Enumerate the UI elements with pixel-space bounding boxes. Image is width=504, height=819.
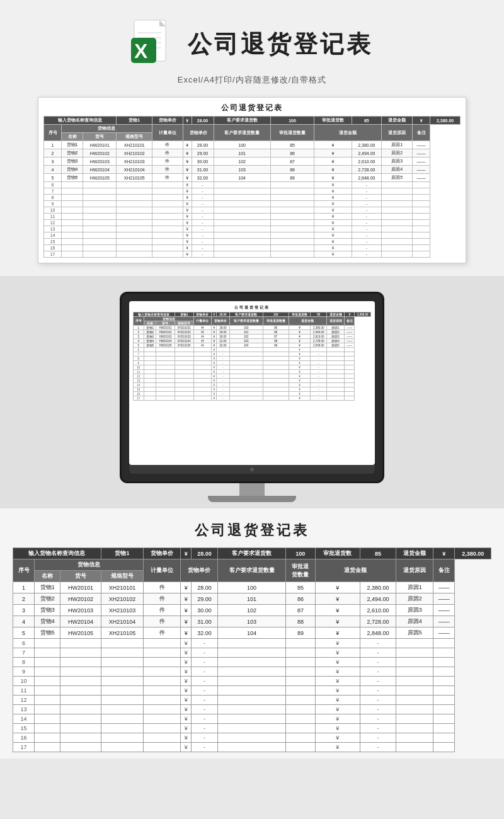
filter-row: 输入货物名称查询信息 货物1 货物单价 ¥ 28.00 客户要求退货数 100 …: [44, 117, 461, 125]
table-row: 2 货物2 HW20102 XH210102 件 ¥ 29.00 101 86 …: [134, 330, 371, 335]
filter-yen1: ¥: [183, 117, 192, 125]
middle-section: 公司退货登记表 输入货物名称查询信息 货物1 货物单价 ¥ 28.00 客户要求…: [0, 276, 504, 508]
computer-wrapper: 公司退货登记表 输入货物名称查询信息 货物1 货物单价 ¥ 28.00 客户要求…: [120, 292, 384, 502]
table-row: 4 货物4 HW20104 XH210104 件 ¥ 31.00 103 88 …: [13, 616, 491, 627]
bottom-table-wrapper: 输入货物名称查询信息 货物1 货物单价 ¥ 28.00 客户要求退货数 100 …: [13, 547, 491, 752]
table-row-empty: 17 ¥ - ¥ -: [44, 251, 461, 258]
filter-label: 输入货物名称查询信息: [44, 117, 117, 125]
table-row-empty: 14 ¥ - ¥ -: [44, 232, 461, 239]
table-row: 3 货物3 HW20103 XH210103 件 ¥ 30.00 102 87 …: [134, 335, 371, 339]
sheet-preview-top: 公司退货登记表 输入货物名称查询信息 货物1 货物单价 ¥ 28.00 客户要求…: [38, 97, 466, 263]
table-row: 3 货物3 HW20103 XH210103 件 ¥ 30.00 102 87 …: [44, 158, 461, 166]
table-row-empty: 7 ¥ - ¥ -: [13, 648, 491, 658]
col-spec: 规格型号: [117, 133, 152, 141]
table-row: 1 货物1 HW20101 XH210101 件 ¥ 28.00 100 85 …: [13, 582, 491, 593]
col-note: 备注: [413, 125, 430, 141]
table-row-empty: 9 ¥ - ¥ -: [13, 667, 491, 677]
table-row-empty: 17 ¥ - ¥ -: [13, 743, 491, 752]
col-goods-info: 货物信息: [62, 125, 152, 133]
table-row: 4 货物4 HW20104 XH210104 件 ¥ 31.00 103 88 …: [134, 339, 371, 343]
table-row-empty: 12 ¥ - ¥ -: [13, 696, 491, 705]
table-row-empty: 17 ¥ - ¥ -: [134, 396, 371, 401]
table-row-empty: 8 ¥ - ¥ -: [134, 357, 371, 361]
table-row-empty: 11 ¥ - ¥ -: [44, 214, 461, 220]
table-row-empty: 10 ¥ - ¥ -: [13, 677, 491, 686]
col-cust-qty: 客户要求退货数量: [214, 125, 270, 141]
filter-price-label: 货物单价: [152, 117, 183, 125]
svg-text:X: X: [134, 40, 148, 62]
col-seq: 序号: [44, 125, 62, 141]
sheet-title-top: 公司退货登记表: [43, 103, 461, 113]
bottom-filter-row: 输入货物名称查询信息 货物1 货物单价 ¥ 28.00 客户要求退货数 100 …: [13, 548, 491, 559]
filter-cust-val: 100: [270, 117, 314, 125]
table-row-empty: 14 ¥ - ¥ -: [13, 714, 491, 724]
main-title: 公司退货登记表: [188, 28, 373, 60]
top-header: X 公司退货登记表: [131, 19, 373, 69]
col-unit: 计量单位: [152, 125, 183, 141]
table-row-empty: 6 ¥ - ¥ -: [44, 182, 461, 188]
col-name: 名称: [62, 133, 83, 141]
col-approve-qty: 审批退货数量: [270, 125, 314, 141]
table-row-empty: 15 ¥ - ¥ -: [13, 724, 491, 733]
table-row-empty: 13 ¥ - ¥ -: [13, 705, 491, 714]
table-row-empty: 6 ¥ - ¥ -: [13, 639, 491, 648]
table-row-empty: 12 ¥ - ¥ -: [134, 374, 371, 379]
col-amount: 退货金额: [314, 125, 382, 141]
bottom-title: 公司退货登记表: [13, 521, 491, 540]
table-row-empty: 12 ¥ - ¥ -: [44, 220, 461, 226]
monitor-stand-base: [208, 496, 296, 502]
filter-price-val: 28.00: [192, 117, 214, 125]
table-row: 4 货物4 HW20104 XH210104 件 ¥ 31.00 103 88 …: [44, 166, 461, 174]
filter-goods: 货物1: [117, 117, 152, 125]
sub-title: Excel/A4打印/内容随意修改/自带格式: [178, 74, 327, 86]
monitor-filter-row: 输入货物名称查询信息 货物1 货物单价 ¥ 28.00 客户要求退货数 100 …: [134, 312, 371, 317]
table-row-empty: 11 ¥ - ¥ -: [13, 686, 491, 696]
sheet-table-top: 输入货物名称查询信息 货物1 货物单价 ¥ 28.00 客户要求退货数 100 …: [43, 116, 461, 258]
filter-amount-label: 退货金额: [382, 117, 413, 125]
table-row-empty: 10 ¥ - ¥ -: [44, 207, 461, 214]
monitor-stand-neck: [239, 483, 265, 496]
bottom-header-2: 序号 货物信息 计量单位 货物单价 客户要求退货数量 审批退货数量 退货金额 退…: [13, 559, 491, 571]
table-row-empty: 15 ¥ - ¥ -: [44, 239, 461, 245]
table-row-empty: 13 ¥ - ¥ -: [44, 226, 461, 232]
bottom-section: 公司退货登记表 输入货物名称查询信息 货物1 货物单价 ¥ 28.00 客户要求…: [0, 508, 504, 759]
filter-amount-val: 2,380.00: [430, 117, 461, 125]
top-section: X 公司退货登记表 Excel/A4打印/内容随意修改/自带格式 公司退货登记表…: [0, 0, 504, 276]
table-row-empty: 7 ¥ - ¥ -: [134, 352, 371, 357]
table-row-empty: 6 ¥ - ¥ -: [134, 348, 371, 352]
table-row-empty: 9 ¥ - ¥ -: [134, 361, 371, 365]
table-row: 5 货物5 HW20105 XH210105 件 ¥ 32.00 104 89 …: [134, 343, 371, 348]
table-row-empty: 9 ¥ - ¥ -: [44, 201, 461, 207]
filter-approve-label: 审批退货数: [314, 117, 352, 125]
monitor-sheet-title: 公司退货登记表: [133, 305, 371, 311]
table-row-empty: 13 ¥ - ¥ -: [134, 379, 371, 383]
table-row-empty: 15 ¥ - ¥ -: [134, 387, 371, 392]
col-price: 货物单价: [183, 125, 214, 141]
monitor: 公司退货登记表 输入货物名称查询信息 货物1 货物单价 ¥ 28.00 客户要求…: [120, 292, 384, 483]
table-row: 3 货物3 HW20103 XH210103 件 ¥ 30.00 102 87 …: [13, 605, 491, 616]
header-row-2: 序号 货物信息 计量单位 货物单价 客户要求退货数量 审批退货数量 退货金额 退…: [44, 125, 461, 133]
table-row: 5 货物5 HW20105 XH210105 件 ¥ 32.00 104 89 …: [44, 174, 461, 182]
table-row-empty: 14 ¥ - ¥ -: [134, 383, 371, 387]
table-row: 5 货物5 HW20105 XH210105 件 ¥ 32.00 104 89 …: [13, 627, 491, 639]
col-reason: 退货原因: [382, 125, 413, 141]
monitor-sheet-table: 输入货物名称查询信息 货物1 货物单价 ¥ 28.00 客户要求退货数 100 …: [133, 312, 371, 401]
filter-cust-label: 客户要求退货数: [214, 117, 270, 125]
table-row-empty: 11 ¥ - ¥ -: [134, 370, 371, 374]
col-no: 货号: [83, 133, 117, 141]
excel-icon: X: [131, 19, 175, 69]
filter-yen2: ¥: [413, 117, 430, 125]
table-row-empty: 10 ¥ - ¥ -: [134, 365, 371, 370]
table-row-empty: 16 ¥ - ¥ -: [44, 245, 461, 251]
bottom-sheet-table: 输入货物名称查询信息 货物1 货物单价 ¥ 28.00 客户要求退货数 100 …: [13, 547, 491, 752]
monitor-dot: [250, 467, 254, 471]
table-row-empty: 16 ¥ - ¥ -: [134, 392, 371, 396]
table-row: 2 货物2 HW20102 XH210102 件 ¥ 29.00 101 86 …: [13, 593, 491, 605]
table-row: 1 货物1 HW20101 XH210101 件 ¥ 28.00 100 85 …: [134, 326, 371, 330]
table-row-empty: 16 ¥ - ¥ -: [13, 733, 491, 743]
table-row: 1 货物1 HW20101 XH210101 件 ¥ 28.00 100 85 …: [44, 141, 461, 149]
table-row-empty: 8 ¥ - ¥ -: [13, 658, 491, 667]
filter-approve-val: 85: [352, 117, 382, 125]
table-row: 2 货物2 HW20102 XH210102 件 ¥ 29.00 101 86 …: [44, 149, 461, 158]
monitor-screen: 公司退货登记表 输入货物名称查询信息 货物1 货物单价 ¥ 28.00 客户要求…: [129, 301, 375, 465]
